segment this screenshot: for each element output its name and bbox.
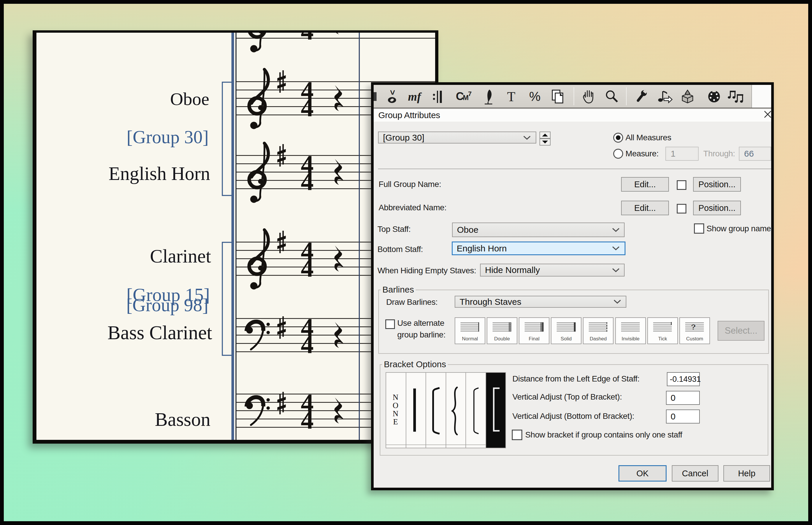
svg-text:4: 4 (301, 93, 314, 122)
svg-text:T: T (507, 89, 515, 104)
svg-text:%: % (529, 89, 540, 104)
svg-text:4: 4 (301, 330, 314, 358)
svg-text:4: 4 (301, 167, 314, 195)
svg-text:4: 4 (301, 406, 314, 434)
svg-text:>: > (388, 90, 397, 95)
svg-text:4: 4 (301, 33, 314, 45)
svg-text:7: 7 (468, 90, 472, 97)
svg-text:mf: mf (408, 90, 422, 103)
svg-text:4: 4 (301, 254, 314, 282)
svg-text:?: ? (691, 322, 696, 331)
svg-text:M: M (463, 94, 469, 102)
